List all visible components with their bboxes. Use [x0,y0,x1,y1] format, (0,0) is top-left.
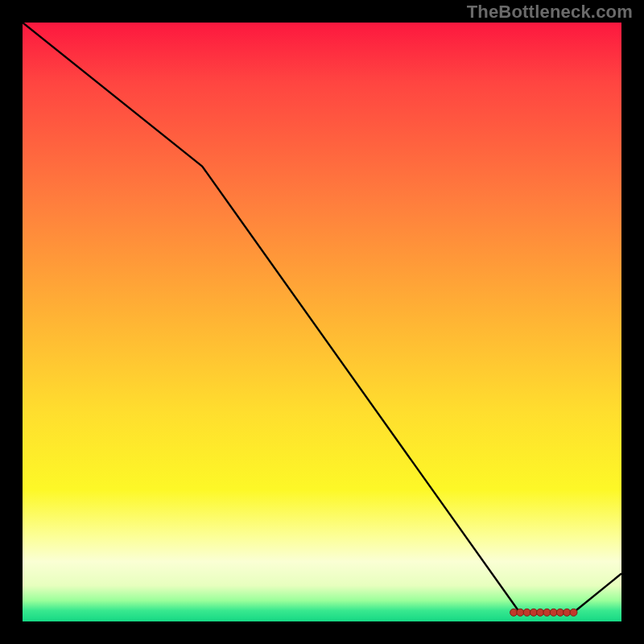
valley-marker [570,609,577,616]
plot-area [23,23,621,621]
valley-marker [530,609,537,616]
valley-marker [556,609,564,616]
bottleneck-curve [23,23,621,613]
valley-marker [564,609,571,616]
valley-marker [523,609,530,616]
valley-marker [537,609,544,616]
marker-group [510,609,577,616]
chart-svg [23,23,621,621]
valley-marker [510,609,518,616]
watermark-text: TheBottleneck.com [467,2,633,23]
chart-container: TheBottleneck.com [0,0,644,644]
valley-marker [517,609,524,616]
valley-marker [543,609,551,616]
valley-marker [550,609,557,616]
